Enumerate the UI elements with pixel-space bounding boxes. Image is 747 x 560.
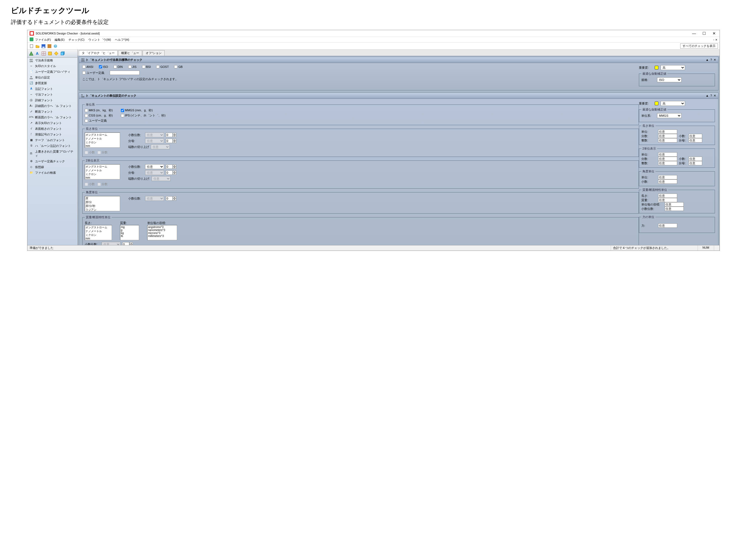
r-frac-label: 分数:: [641, 134, 656, 138]
new-icon[interactable]: [29, 44, 34, 49]
length-listbox[interactable]: オングストローム ナノメートル ミクロン mm: [85, 132, 120, 148]
userdef-input[interactable]: [110, 71, 139, 75]
sidebar-item-view-arrow-font[interactable]: ↗表示矢印のフォント: [27, 120, 77, 126]
angle-listbox[interactable]: 度 度/分 度/分/秒 ラジアン: [85, 196, 120, 211]
sys-select[interactable]: MMGS: [657, 113, 681, 118]
sidebar-item-user-prop[interactable]: 📄ユーザー定義フ°ロハ°ティ: [27, 69, 77, 75]
sidebar-item-file-search[interactable]: 📁ファイルの検索: [27, 170, 77, 176]
menu-edit[interactable]: 編集(E): [55, 38, 65, 42]
chk-bsi[interactable]: BSI: [142, 65, 151, 69]
chk-ips[interactable]: IPS (インチ、ホ゜ント゛、秒): [121, 113, 165, 117]
tool-font-icon[interactable]: A: [35, 51, 40, 56]
r-len-input[interactable]: [658, 193, 677, 198]
tool-diamond-icon[interactable]: [53, 51, 59, 56]
collapse-icon[interactable]: ▲: [706, 58, 709, 62]
chk-iso[interactable]: ISO: [99, 65, 108, 69]
r-dec-input[interactable]: [658, 180, 677, 184]
angle-spinner[interactable]: ▲▼: [166, 196, 176, 201]
sidebar-item-table-font[interactable]: ▦テーフ゛ルのフォント: [27, 137, 77, 143]
r-den-input[interactable]: [689, 138, 702, 142]
panel-help-icon[interactable]: ?: [710, 58, 712, 62]
mass-spinner[interactable]: ▲▼: [122, 242, 133, 245]
chk-userdef2[interactable]: ユーザー定義: [85, 118, 113, 123]
r-frac-input[interactable]: [658, 134, 677, 138]
menu-window[interactable]: ウィント゛ウ(W): [88, 38, 111, 42]
minimize-button[interactable]: —: [691, 31, 698, 35]
r-mass-input[interactable]: [658, 198, 677, 202]
tool-triangle-icon[interactable]: [28, 51, 34, 56]
chk-jis[interactable]: JIS: [128, 65, 137, 69]
dual-listbox[interactable]: オングストローム ナノメートル ミクロン mm: [85, 164, 120, 180]
panel-close-icon[interactable]: ✕: [714, 94, 716, 98]
dec-spinner[interactable]: ▲▼: [166, 133, 176, 137]
sub-close-icon[interactable]: ✕: [715, 38, 717, 41]
sidebar-item-note-font[interactable]: A注記フォント: [27, 86, 77, 92]
menu-help[interactable]: ヘルフ°(H): [115, 38, 129, 42]
maximize-button[interactable]: ☐: [701, 31, 707, 35]
importance-select[interactable]: 高: [661, 65, 685, 70]
sub-restore-icon[interactable]: ▫: [713, 38, 714, 41]
sidebar-item-detail-font[interactable]: Ⓐ詳細フォント: [27, 98, 77, 103]
chk-din[interactable]: DIN: [113, 65, 123, 69]
r-dec-input[interactable]: [689, 157, 702, 161]
r-unit-input[interactable]: [658, 130, 677, 134]
panel-help-icon[interactable]: ?: [710, 94, 712, 98]
panel-close-icon[interactable]: ✕: [714, 58, 716, 62]
tab-options[interactable]: オフ°ション: [143, 50, 164, 56]
mass-len-listbox[interactable]: オングストロームナノメートルミクロンmm: [85, 225, 112, 240]
sidebar-item-detail-label-font[interactable]: A↓詳細図のラヘ゛ル フォント: [27, 103, 77, 109]
r-int-input[interactable]: [658, 138, 677, 142]
sidebar-item-mass-override[interactable]: ⚖上書きされた質量フ°ロハ°ティ: [27, 149, 77, 159]
chk-userdef[interactable]: ユーザー定義: [82, 71, 104, 75]
chk-ansi[interactable]: ANSI: [82, 65, 94, 69]
tab-dialog[interactable]: タ゛イアロク゛ヒ゛ュー: [79, 50, 118, 56]
dual-dec-spinner[interactable]: ▲▼: [166, 164, 176, 169]
sidebar-item-section-label-font[interactable]: AᴬA断面図のラヘ゛ル フォント: [27, 114, 77, 120]
sidebar-item-ref-update[interactable]: 🔄参照更新: [27, 80, 77, 86]
tab-summary[interactable]: 概要ヒ゛ュー: [118, 50, 142, 56]
sidebar-item-weld-font[interactable]: ᚴ溶接記号のフォント: [27, 132, 77, 137]
r-dec-input[interactable]: [665, 207, 684, 211]
show-all-checks[interactable]: すべてのチェックを表示: [680, 44, 718, 49]
chk-mks[interactable]: MKS (m、kg、秒): [85, 108, 113, 112]
collapse-icon[interactable]: ▲: [706, 94, 709, 98]
dual-dec-select[interactable]: 任意: [145, 164, 164, 169]
frac-spinner[interactable]: ▲▼: [166, 139, 176, 143]
r-unit-input[interactable]: [658, 175, 677, 180]
dual-frac-spinner[interactable]: ▲▼: [166, 170, 176, 175]
sidebar-item-units[interactable]: inmm単位の設定: [27, 75, 77, 80]
r-vol-input[interactable]: [665, 202, 684, 207]
tool-grid-icon[interactable]: [41, 51, 47, 56]
r-dec-input[interactable]: [689, 134, 702, 138]
r-unit-input[interactable]: [658, 152, 677, 157]
sidebar-item-surface-font[interactable]: √表面粗さのフォント: [27, 126, 77, 132]
mass-mass-listbox[interactable]: mggkglb: [120, 225, 139, 240]
sidebar-item-dim-font[interactable]: ↔寸法フォント: [27, 92, 77, 98]
r-frac-input[interactable]: [658, 157, 677, 161]
tool-box-icon[interactable]: [47, 51, 53, 56]
open-icon[interactable]: [35, 44, 40, 49]
import-icon[interactable]: [47, 44, 52, 49]
sidebar-item-phantom[interactable]: ◇仮想線: [27, 164, 77, 170]
sidebar-item-balloon-font[interactable]: ①ハ゛ルーン注記のフォント: [27, 143, 77, 149]
sidebar-item-user-check[interactable]: ⚙ユーザー定義チェック: [27, 159, 77, 164]
r-den-input[interactable]: [689, 161, 702, 165]
sidebar-item-section-font[interactable]: ⤢断面フォント: [27, 109, 77, 114]
importance-select[interactable]: 高: [661, 101, 685, 106]
sidebar-item-arrow-style[interactable]: ↔矢印のスタイル: [27, 63, 77, 69]
r-int-input[interactable]: [658, 161, 677, 165]
sidebar-item-dim-std[interactable]: ISODIN寸法表示規格: [27, 57, 77, 63]
save-icon[interactable]: [41, 44, 46, 49]
r-force-input[interactable]: [658, 223, 677, 228]
mass-vol-listbox[interactable]: angstroms^3nanometers^3microns^3millimet…: [147, 225, 177, 240]
chk-cgs[interactable]: CGS (cm、g、秒): [85, 113, 113, 117]
menu-check[interactable]: チェック(C): [69, 38, 84, 42]
chk-mmgs[interactable]: MMGS (mm、g、秒): [121, 108, 165, 112]
chk-gb[interactable]: GB: [174, 65, 183, 69]
close-button[interactable]: ✕: [711, 31, 717, 35]
std-select[interactable]: ISO: [657, 77, 681, 82]
chk-gost[interactable]: GOST: [156, 65, 169, 69]
help-icon[interactable]: ?: [53, 44, 58, 49]
tool-cube-icon[interactable]: [60, 51, 65, 56]
menu-file[interactable]: ファイル(F): [35, 38, 51, 42]
